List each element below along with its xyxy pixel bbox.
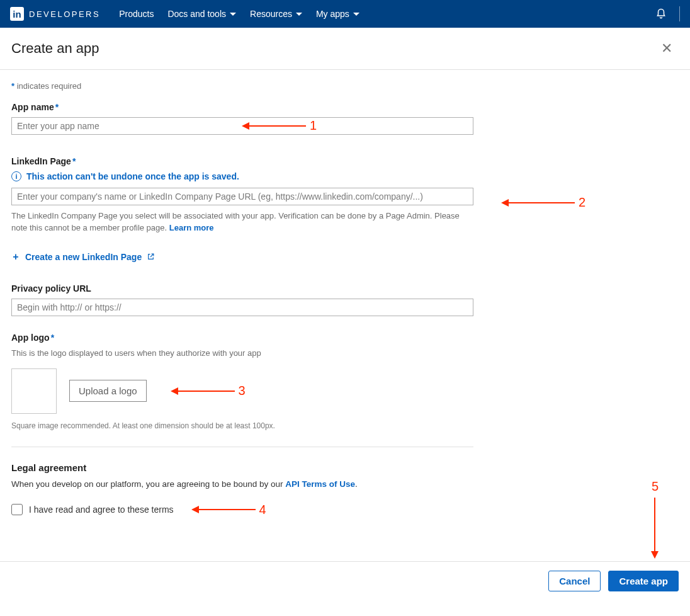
field-app-name: App name* 1: [11, 102, 473, 135]
linkedin-page-helper-text: The LinkedIn Company Page you select wil…: [11, 211, 460, 232]
app-name-input[interactable]: [11, 117, 473, 135]
annotation-arrow-4: 4: [193, 503, 266, 517]
linkedin-page-warning: i This action can't be undone once the a…: [11, 171, 473, 181]
agree-terms-checkbox[interactable]: [11, 504, 23, 515]
linkedin-page-label-text: LinkedIn Page: [11, 156, 71, 166]
legal-text-post: .: [355, 479, 358, 489]
field-app-logo: App logo* This is the logo displayed to …: [11, 333, 473, 430]
site-logo[interactable]: in DEVELOPERS: [10, 7, 100, 21]
legal-text: When you develop on our platform, you ar…: [11, 479, 473, 489]
app-logo-label-text: App logo: [11, 333, 50, 343]
app-logo-label: App logo*: [11, 333, 473, 343]
close-icon[interactable]: ✕: [655, 38, 679, 59]
create-app-button[interactable]: Create app: [608, 571, 679, 591]
learn-more-link[interactable]: Learn more: [169, 223, 214, 232]
linkedin-logo-icon: in: [10, 7, 24, 21]
api-terms-link[interactable]: API Terms of Use: [285, 479, 355, 489]
privacy-policy-input[interactable]: [11, 299, 473, 316]
linkedin-page-input[interactable]: [11, 188, 473, 205]
chevron-down-icon: [230, 13, 236, 16]
field-privacy-policy: Privacy policy URL: [11, 283, 473, 316]
field-legal: Legal agreement When you develop on our …: [11, 462, 473, 517]
create-new-page-text: Create a new LinkedIn Page: [25, 252, 142, 262]
info-icon: i: [11, 171, 21, 181]
create-new-linkedin-page-link[interactable]: + Create a new LinkedIn Page: [11, 252, 473, 262]
app-name-label-text: App name: [11, 102, 54, 112]
required-star: *: [55, 102, 59, 112]
required-star: *: [51, 333, 54, 343]
page-titlebar: Create an app ✕: [0, 28, 690, 70]
linkedin-page-warning-text: This action can't be undone once the app…: [26, 171, 239, 181]
chevron-down-icon: [296, 13, 302, 16]
required-star: *: [72, 156, 76, 166]
annotation-arrow-3: 3: [172, 384, 246, 398]
nav-resources-label: Resources: [250, 9, 292, 19]
nav-my-apps-label: My apps: [316, 9, 349, 19]
legal-checkbox-row: I have read and agree to these terms 4: [11, 503, 473, 517]
app-logo-sublabel: This is the logo displayed to users when…: [11, 348, 473, 360]
main-nav: Products Docs and tools Resources My app…: [119, 9, 359, 19]
linkedin-page-label: LinkedIn Page*: [11, 156, 473, 166]
annotation-num-3: 3: [239, 384, 246, 398]
section-divider: [11, 447, 473, 447]
agree-terms-label: I have read and agree to these terms: [29, 505, 174, 515]
external-link-icon: [147, 253, 155, 261]
legal-heading: Legal agreement: [11, 462, 473, 473]
logo-hint: Square image recommended. At least one d…: [11, 421, 473, 430]
annotation-num-5: 5: [652, 479, 659, 494]
form-content: * indicates required App name* 1 LinkedI…: [0, 70, 485, 517]
nav-docs-and-tools[interactable]: Docs and tools: [167, 9, 236, 19]
required-note: * indicates required: [11, 81, 473, 91]
nav-products[interactable]: Products: [119, 9, 154, 19]
chevron-down-icon: [353, 13, 359, 16]
linkedin-page-helper: The LinkedIn Company Page you select wil…: [11, 210, 473, 234]
header-right: [655, 6, 680, 21]
nav-my-apps[interactable]: My apps: [316, 9, 359, 19]
logo-preview-box: [11, 368, 57, 414]
upload-logo-button[interactable]: Upload a logo: [69, 380, 147, 402]
app-name-label: App name*: [11, 102, 473, 112]
logo-upload-row: Upload a logo 3: [11, 368, 473, 414]
page-title: Create an app: [11, 40, 99, 57]
annotation-arrow-2: 2: [502, 195, 585, 210]
annotation-num-4: 4: [259, 503, 266, 517]
divider: [679, 6, 680, 21]
footer-actions: Cancel Create app: [0, 561, 690, 600]
notifications-bell-icon[interactable]: [655, 8, 667, 20]
legal-text-pre: When you develop on our platform, you ar…: [11, 479, 285, 489]
field-linkedin-page: LinkedIn Page* i This action can't be un…: [11, 156, 473, 262]
top-nav-bar: in DEVELOPERS Products Docs and tools Re…: [0, 0, 690, 28]
nav-products-label: Products: [119, 9, 154, 19]
privacy-policy-label: Privacy policy URL: [11, 283, 473, 294]
plus-icon: +: [11, 253, 20, 261]
nav-docs-label: Docs and tools: [167, 9, 226, 19]
annotation-arrow-5: 5: [652, 479, 659, 557]
required-note-text: indicates required: [14, 81, 81, 91]
annotation-num-2: 2: [579, 195, 585, 210]
site-logo-text: DEVELOPERS: [29, 9, 100, 19]
nav-resources[interactable]: Resources: [250, 9, 302, 19]
cancel-button[interactable]: Cancel: [548, 571, 601, 591]
